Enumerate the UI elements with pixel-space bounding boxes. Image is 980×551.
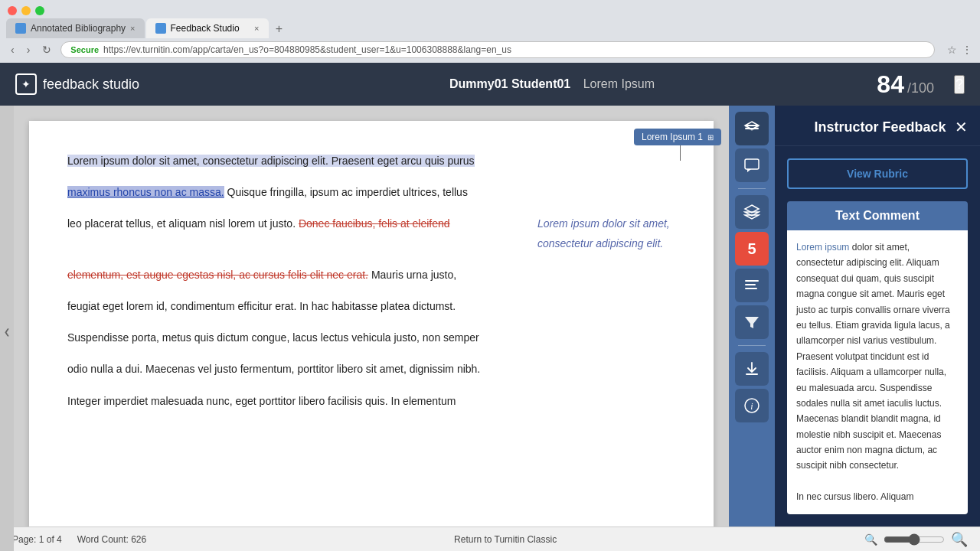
left-sidebar-toggle[interactable]: ❮ [0,106,14,551]
svg-rect-9 [745,280,759,282]
status-center: Return to Turnitin Classic [146,534,864,545]
status-bar: Page: 1 of 4 Word Count: 626 Return to T… [0,527,980,551]
header-title: Dummy01 Student01 Lorem Ipsum [139,77,965,91]
text-span: feugiat eget lorem id, condimentum effic… [67,300,456,312]
address-input[interactable]: Secure https://ev.turnitin.com/app/carta… [60,41,935,58]
reload-button[interactable]: ↻ [39,42,54,57]
annotation-tag-label: Lorem Ipsum 1 [642,132,703,142]
paragraph-6: Suspendisse porta, metus quis dictum con… [67,328,675,347]
status-left: Page: 1 of 4 Word Count: 626 [12,534,146,545]
status-right: 🔍 🔍 [864,531,968,548]
paragraph-4: elementum, est augue egestas nisl, ac cu… [67,266,675,285]
back-button[interactable]: ‹ [8,42,18,57]
text-comment-header: Text Comment [787,201,968,230]
text-span: Lorem ipsum dolor sit amet, consectetur … [67,155,475,167]
annotation-tag[interactable]: Lorem Ipsum 1 ⊞ [634,129,721,145]
app-name: feedback studio [43,77,139,93]
svg-rect-4 [745,159,759,169]
document-area: Lorem Ipsum 1 ⊞ Lorem ipsum dolor sit am… [14,106,729,551]
layers-tool-button[interactable] [735,112,769,145]
maximize-button[interactable] [35,6,44,15]
text-span: Mauris urna justo, [371,269,456,281]
text-span-strikethrough: elementum, est augue egestas nisl, ac cu… [67,269,368,281]
tool-separator-1 [738,188,766,189]
text-span: Suspendisse porta, metus quis dictum con… [67,331,479,344]
svg-rect-10 [745,284,756,285]
comment-text: dolor sit amet, consectetur adipiscing e… [796,242,950,471]
text-span: leo placerat tellus, et aliquam nisl lor… [67,217,299,230]
info-tool-button[interactable]: i [735,389,769,422]
address-bar: ‹ › ↻ Secure https://ev.turnitin.com/app… [0,38,980,63]
comment-highlight: Lorem ipsum [796,242,849,253]
svg-marker-12 [745,317,759,328]
paragraph-1: Lorem ipsum dolor sit amet, consectetur … [67,152,675,171]
document-paper: Lorem Ipsum 1 ⊞ Lorem ipsum dolor sit am… [29,121,714,551]
right-panel: Instructor Feedback ✕ View Rubric Text C… [775,106,980,551]
bookmark-icon[interactable]: ☆ [947,44,957,56]
paragraph-2: maximus rhoncus non ac massa. Quisque fr… [67,183,675,202]
text-span: Quisque fringilla, ipsum ac imperdiet ul… [227,186,468,198]
word-count: Word Count: 626 [77,534,147,545]
svg-rect-13 [746,373,758,375]
secure-badge: Secure [70,45,99,54]
assignment-name: Lorem Ipsum [583,77,655,90]
text-span: Integer imperdiet malesuada nunc, eget p… [67,395,456,407]
score-value: 84 [877,70,904,99]
align-tool-button[interactable] [735,269,769,302]
comment-text-continued: In nec cursus libero. Aliquam [796,491,913,502]
return-to-classic-link[interactable]: Return to Turnitin Classic [454,534,557,545]
close-button[interactable] [8,6,17,15]
main-layout: ❮ Lorem Ipsum 1 ⊞ Lorem ipsum dolor sit … [0,106,980,551]
score-total: /100 [907,80,934,96]
zoom-slider[interactable] [884,533,945,546]
tab-annotated-bibliography[interactable]: Annotated Bibliography × [6,18,145,38]
text-span-strikethrough: Donec faucibus, felis at eleifend [299,217,450,230]
tab-favicon-active [155,23,166,34]
help-button[interactable]: ? [954,75,965,94]
text-span: odio nulla a dui. Maecenas vel justo fer… [67,363,480,375]
annotation-grid-icon: ⊞ [707,133,714,142]
address-url: https://ev.turnitin.com/app/carta/en_us?… [103,44,511,55]
logo-icon: ✦ [15,73,37,95]
paragraph-5: feugiat eget lorem id, condimentum effic… [67,297,675,316]
app-header: ✦ feedback studio Dummy01 Student01 Lore… [0,63,980,106]
download-tool-button[interactable] [735,352,769,386]
minimize-button[interactable] [21,6,31,15]
tab-feedback-studio[interactable]: Feedback Studio × [146,18,269,38]
panel-header: Instructor Feedback ✕ [775,106,980,146]
document-text: Lorem ipsum dolor sit amet, consectetur … [67,152,675,411]
tool-separator-2 [738,345,766,346]
paragraph-7: odio nulla a dui. Maecenas vel justo fer… [67,360,675,379]
tab-feedback-close[interactable]: × [254,24,259,33]
paragraph-8: Integer imperdiet malesuada nunc, eget p… [67,392,675,411]
panel-close-button[interactable]: ✕ [955,118,968,136]
filter-tool-button[interactable] [735,305,769,339]
browser-chrome: Annotated Bibliography × Feedback Studio… [0,0,980,63]
text-span-italic: Lorem ipsum dolor sit amet, consectetur … [537,217,670,249]
zoom-in-icon[interactable]: 🔍 [951,531,968,548]
svg-marker-8 [745,215,759,219]
comments-tool-button[interactable] [735,148,769,182]
tab-favicon [15,23,26,34]
settings-icon[interactable]: ⋮ [962,44,972,56]
text-comment-body: Lorem ipsum dolor sit amet, consectetur … [787,230,968,514]
svg-text:i: i [750,401,753,412]
right-tool-sidebar: 5 i [729,106,775,551]
paragraph-3: leo placerat tellus, et aliquam nisl lor… [67,214,675,253]
address-icons: ☆ ⋮ [947,44,972,56]
forward-button[interactable]: › [24,42,34,57]
badge-number-button[interactable]: 5 [735,232,769,266]
new-tab-button[interactable]: + [270,20,289,38]
svg-rect-11 [745,288,757,289]
panel-title: Instructor Feedback [805,119,955,135]
header-score: 84 /100 [877,70,934,99]
zoom-out-icon[interactable]: 🔍 [864,533,877,546]
tab-bar: Annotated Bibliography × Feedback Studio… [0,18,980,38]
view-rubric-button[interactable]: View Rubric [787,158,968,189]
text-span: maximus rhoncus non ac massa. [67,186,224,198]
tab-ann-bib-close[interactable]: × [130,24,135,33]
badge-count: 5 [747,240,756,258]
page-info: Page: 1 of 4 [12,534,62,545]
layers2-tool-button[interactable] [735,195,769,229]
sidebar-toggle-icon: ❮ [4,328,10,336]
